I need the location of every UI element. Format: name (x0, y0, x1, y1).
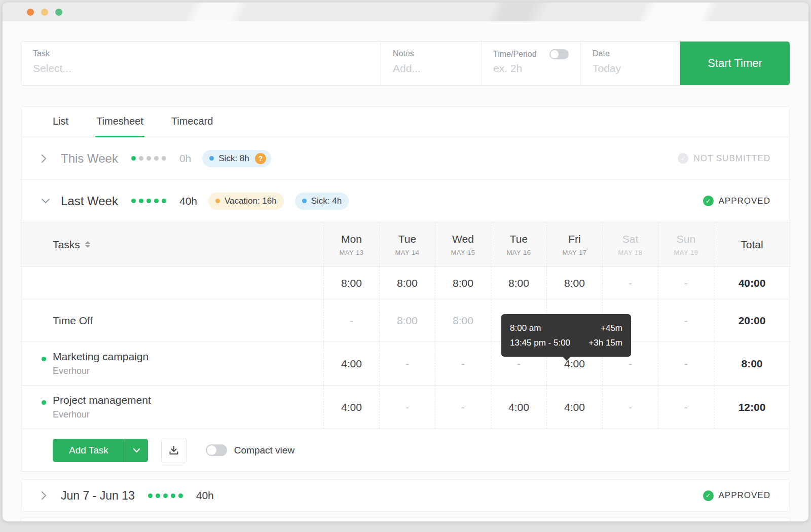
status-label: APPROVED (719, 490, 770, 501)
time-period-toggle[interactable] (549, 49, 569, 59)
task-select-placeholder[interactable]: Select... (33, 62, 369, 78)
tooltip-duration: +3h 15m (588, 335, 622, 350)
time-cell[interactable]: 4:00 (323, 342, 379, 385)
vacation-dot-icon (215, 199, 220, 203)
tooltip-time-range: 8:00 am (510, 321, 541, 335)
time-cell[interactable]: 8:00 (379, 299, 435, 341)
task-label: Task (33, 49, 369, 58)
time-cell[interactable]: 4:00 (491, 386, 546, 429)
time-cell[interactable]: - (658, 386, 714, 429)
add-task-split-button[interactable]: Add Task (53, 439, 148, 462)
row-total-cell: 12:00 (714, 386, 790, 429)
tooltip-time-range: 13:45 pm - 5:00 (510, 335, 570, 350)
maximize-window-icon[interactable] (55, 9, 62, 16)
time-period-field[interactable]: Time/Period ex. 2h (482, 42, 581, 85)
time-cell[interactable]: 8:00 (379, 267, 435, 299)
compact-view-toggle[interactable] (206, 444, 227, 456)
time-cell[interactable]: 8:00 (491, 267, 546, 299)
week-row-this-week[interactable]: This Week 0h Sick: 8h ? ✓ NOT SUBMITTED (21, 137, 790, 180)
time-cell[interactable]: 4:00 (546, 386, 602, 429)
week-day-dots (148, 493, 183, 498)
task-name-cell[interactable] (21, 267, 323, 299)
day-column-header: Tue MAY 16 (491, 222, 546, 267)
chevron-right-icon[interactable] (41, 490, 54, 501)
sick-badge[interactable]: Sick: 4h (295, 193, 349, 210)
task-project-label: Everhour (53, 409, 151, 420)
sick-badge[interactable]: Sick: 8h ? (202, 150, 271, 167)
table-row: Marketing campaign Everhour 4:00 - - - 4… (21, 342, 790, 386)
add-task-button[interactable]: Add Task (53, 439, 125, 462)
chevron-down-icon[interactable] (41, 198, 54, 204)
compact-view-label: Compact view (234, 445, 294, 456)
tooltip-arrow (563, 357, 571, 361)
week-row-jun[interactable]: Jun 7 - Jun 13 40h ✓ APPROVED (21, 480, 790, 511)
status-label: NOT SUBMITTED (693, 154, 770, 164)
task-name-cell[interactable]: Time Off (21, 299, 323, 341)
time-cell[interactable]: 8:00 (323, 267, 379, 299)
task-name-cell[interactable]: Marketing campaign Everhour (21, 342, 323, 385)
task-select-field[interactable]: Task Select... (21, 42, 381, 85)
time-cell[interactable]: - (435, 342, 491, 385)
app-window: Task Select... Notes Add... Time/Period … (3, 3, 808, 521)
time-period-placeholder[interactable]: ex. 2h (493, 62, 569, 78)
table-row: 8:00 8:00 8:00 8:00 8:00 - - 40:00 (21, 267, 790, 299)
time-cell[interactable]: - (658, 299, 714, 341)
time-cell[interactable]: 4:00 (323, 386, 379, 429)
time-cell[interactable]: - (602, 386, 658, 429)
tab-timesheet[interactable]: Timesheet (95, 107, 144, 137)
grid-footer: Add Task Compact view (21, 429, 790, 472)
tab-list[interactable]: List (52, 107, 69, 137)
vacation-badge-label: Vacation: 16h (225, 196, 277, 206)
date-field[interactable]: Date Today (581, 42, 680, 85)
tab-timecard[interactable]: Timecard (170, 107, 214, 137)
time-cell[interactable]: - (379, 386, 435, 429)
download-icon (168, 445, 179, 456)
table-row: Project management Everhour 4:00 - - 4:0… (21, 386, 790, 429)
week-day-dots (131, 199, 166, 203)
window-controls[interactable] (27, 9, 62, 16)
minimize-window-icon[interactable] (41, 9, 48, 16)
time-cell[interactable]: - (435, 386, 491, 429)
sick-dot-icon (302, 199, 307, 203)
tasks-column-header[interactable]: Tasks (53, 239, 90, 251)
week-hours: 40h (179, 195, 197, 207)
date-placeholder[interactable]: Today (593, 62, 669, 78)
notes-placeholder[interactable]: Add... (393, 62, 469, 78)
task-name-label[interactable]: Project management (53, 394, 151, 406)
day-column-header: Wed MAY 15 (435, 222, 491, 267)
day-column-header: Mon MAY 13 (323, 222, 379, 267)
week-status: ✓ APPROVED (703, 490, 770, 501)
time-cell[interactable]: - (658, 267, 714, 299)
time-cell[interactable]: - (379, 342, 435, 385)
start-timer-button[interactable]: Start Timer (680, 42, 790, 85)
task-name-cell[interactable]: Project management Everhour (21, 386, 323, 429)
task-name-label[interactable]: Marketing campaign (53, 351, 149, 363)
chevron-right-icon[interactable] (41, 154, 54, 164)
day-column-header: Fri MAY 17 (546, 222, 602, 267)
export-button[interactable] (161, 438, 187, 463)
vacation-badge[interactable]: Vacation: 16h (208, 193, 284, 210)
week-status: ✓ APPROVED (703, 196, 770, 206)
time-cell[interactable]: 8:00 (435, 267, 491, 299)
time-cell[interactable]: - (602, 267, 658, 299)
time-cell[interactable]: - (658, 342, 714, 385)
sort-icon[interactable] (85, 241, 90, 248)
view-tabs: List Timesheet Timecard (21, 107, 790, 137)
close-window-icon[interactable] (27, 9, 34, 16)
day-column-header: Tue MAY 14 (379, 222, 435, 267)
row-total-cell: 20:00 (714, 299, 790, 341)
week-row-last-week[interactable]: Last Week 40h Vacation: 16h Sick: 4h ✓ A… (21, 180, 790, 222)
day-column-header: Sat MAY 18 (602, 222, 658, 267)
next-week-card-partial (21, 518, 790, 521)
task-dot-icon (42, 400, 46, 405)
check-circle-icon: ✓ (678, 153, 688, 164)
time-cell[interactable]: - (323, 299, 379, 341)
time-cell[interactable]: 8:00 (435, 299, 491, 341)
task-name-label: Time Off (53, 315, 93, 327)
notes-field[interactable]: Notes Add... (381, 42, 482, 85)
add-task-dropdown-button[interactable] (125, 439, 148, 462)
week-label: Jun 7 - Jun 13 (61, 489, 135, 503)
question-icon[interactable]: ? (255, 153, 266, 164)
tooltip-duration: +45m (601, 321, 622, 335)
time-cell[interactable]: 8:00 (546, 267, 602, 299)
